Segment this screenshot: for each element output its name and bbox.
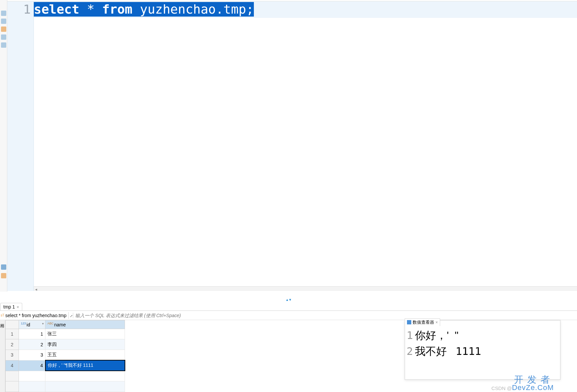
close-icon[interactable]: ×	[435, 320, 438, 325]
scroll-left-icon[interactable]: ◄	[34, 287, 38, 291]
tool-icon[interactable]	[1, 27, 6, 32]
sql-star: *	[87, 2, 94, 17]
sql-indicator-icon: sT	[0, 313, 3, 317]
value-viewer-gutter: 1 2	[405, 327, 415, 359]
row-num-cell	[6, 371, 19, 381]
name-cell[interactable]: 张三	[45, 329, 125, 339]
expand-button[interactable]: ⤢	[69, 313, 73, 318]
side-vertical-tab[interactable]: 网格	[0, 320, 5, 392]
name-cell-selected[interactable]: 你好，' "¶我不好 1111	[45, 360, 125, 371]
table-row-empty	[6, 381, 125, 392]
expand-icon: ⤢	[70, 314, 72, 318]
id-cell[interactable]: 1	[19, 329, 45, 339]
table-row-empty	[6, 371, 125, 381]
watermark-csdn: CSDN @DevZe.CoM	[491, 383, 554, 392]
tool-icon[interactable]	[1, 19, 6, 24]
row-num-header[interactable]	[6, 320, 19, 329]
results-control-row: sT select * from yuzhenchao.tmp ⤢	[0, 311, 577, 320]
value-viewer-tab-label: 数值查看器	[413, 319, 434, 325]
name-cell[interactable]: 王五	[45, 350, 125, 361]
value-viewer-content: 你好，' " 我不好 1111	[415, 327, 481, 359]
data-grid: 123id ▾ ABCname 1 1 张三 2 2 李四 3 3	[5, 320, 125, 392]
tool-icon[interactable]	[1, 273, 6, 278]
column-header-id[interactable]: 123id ▾	[19, 320, 45, 329]
sql-table-ref: yuzhenchao.tmp;	[140, 2, 254, 17]
filter-input[interactable]	[73, 312, 577, 319]
table-row[interactable]: 2 2 李四	[6, 339, 125, 350]
id-cell[interactable]: 4	[19, 360, 45, 371]
editor-gutter: 1	[7, 1, 34, 291]
tool-icon[interactable]	[1, 264, 6, 270]
editor-line[interactable]: select * from yuzhenchao.tmp;	[34, 1, 577, 18]
row-num-cell[interactable]: 3	[6, 350, 19, 361]
row-num-cell[interactable]: 1	[6, 329, 19, 339]
vv-content-line: 我不好 1111	[415, 343, 481, 359]
table-row[interactable]: 3 3 王五	[6, 350, 125, 361]
editor-body[interactable]: select * from yuzhenchao.tmp; ◄	[34, 1, 577, 291]
dropdown-icon[interactable]: ▾	[42, 322, 44, 325]
result-tab-bar: tmp 1 ×	[0, 302, 577, 311]
close-icon[interactable]: ×	[17, 305, 19, 309]
vv-line-number: 2	[405, 343, 413, 359]
name-cell[interactable]: 李四	[45, 339, 125, 350]
table-row[interactable]: 1 1 张三	[6, 329, 125, 339]
splitter-grip-icon: ▲▼	[286, 298, 292, 302]
column-header-name[interactable]: ABCname	[45, 320, 125, 329]
left-toolbar	[0, 0, 7, 292]
type-badge-text: ABC	[47, 322, 54, 325]
line-number: 1	[7, 1, 33, 18]
query-label: select * from yuzhenchao.tmp	[3, 312, 69, 319]
id-cell[interactable]: 2	[19, 339, 45, 350]
result-tab[interactable]: tmp 1 ×	[0, 303, 22, 310]
row-num-cell[interactable]: 4	[6, 360, 19, 371]
id-cell[interactable]: 3	[19, 350, 45, 361]
pane-splitter[interactable]: ▲▼	[0, 297, 577, 300]
row-num-cell	[6, 381, 19, 392]
vv-content-line: 你好，' "	[415, 327, 481, 343]
sql-keyword: select	[34, 2, 79, 17]
tool-icon[interactable]	[1, 11, 6, 16]
editor-scrollbar[interactable]: ◄	[34, 286, 577, 291]
value-viewer-tab[interactable]: 数值查看器 ×	[405, 318, 440, 326]
type-badge-numeric: 123	[21, 322, 26, 325]
value-viewer-panel: 数值查看器 × 1 2 你好，' " 我不好 1111	[405, 320, 560, 380]
value-viewer-body[interactable]: 1 2 你好，' " 我不好 1111	[405, 326, 560, 361]
vv-line-number: 1	[405, 327, 413, 343]
sql-editor: 1 select * from yuzhenchao.tmp; ◄	[7, 1, 577, 291]
table-row-selected[interactable]: 4 4 你好，' "¶我不好 1111	[6, 360, 125, 371]
tab-label: tmp 1	[3, 304, 15, 309]
row-num-cell[interactable]: 2	[6, 339, 19, 350]
tool-icon[interactable]	[1, 34, 6, 40]
tool-icon[interactable]	[1, 42, 6, 48]
value-viewer-icon	[407, 320, 411, 324]
sql-keyword: from	[102, 2, 133, 17]
